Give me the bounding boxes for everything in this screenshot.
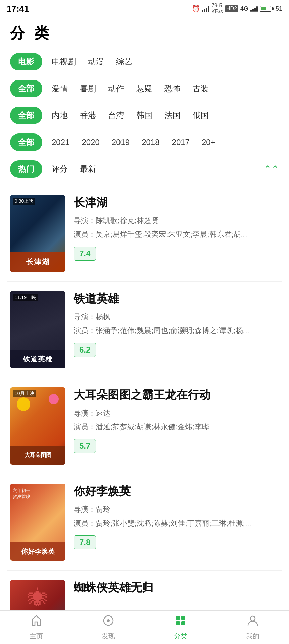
movie-poster[interactable]: 你好李焕英 六年初一贺岁首映 [10, 484, 65, 561]
svg-point-6 [250, 616, 255, 621]
filter-item-costume[interactable]: 古装 [190, 81, 211, 96]
hd-badge: HD2 [225, 5, 238, 12]
network-type: 4G [240, 5, 248, 12]
filter-item-tv[interactable]: 电视剧 [49, 54, 79, 69]
movie-director: 导演：速达 [74, 408, 279, 419]
movie-rating: 7.8 [74, 535, 96, 549]
filter-row-content-type: 电影 电视剧 动漫 综艺 [7, 48, 282, 75]
movie-poster[interactable]: 大耳朵图图 10月上映 [10, 387, 65, 465]
movie-info: 铁道英雄 导演：杨枫 演员：张涵予;范伟;魏晨;周也;俞灏明;森博之;谭凯;杨.… [74, 291, 279, 357]
filter-tag-genre-all[interactable]: 全部 [10, 80, 42, 97]
svg-rect-5 [181, 621, 185, 625]
filter-item-2019[interactable]: 2019 [109, 136, 132, 149]
filter-item-romance[interactable]: 爱情 [49, 81, 70, 96]
filter-item-2017[interactable]: 2017 [169, 136, 192, 149]
movie-list: 长津湖 9.30上映 长津湖 导演：陈凯歌;徐克;林超贤 演员：吴京;易烊千玺;… [0, 185, 289, 644]
movie-rating: 7.4 [74, 247, 96, 261]
filter-item-hongkong[interactable]: 香港 [77, 108, 99, 123]
movie-info: 蜘蛛侠英雄无归 [74, 580, 279, 600]
movie-actors: 演员：贾玲;张小斐;沈腾;陈赫;刘佳;丁嘉丽;王琳;杜源;... [74, 518, 279, 529]
filter-tag-region-all[interactable]: 全部 [10, 107, 42, 124]
filter-item-comedy[interactable]: 喜剧 [77, 81, 99, 96]
movie-poster[interactable]: 铁道英雄 11.19上映 [10, 291, 65, 368]
movie-director: 导演：陈凯歌;徐克;林超贤 [74, 215, 279, 226]
bottom-nav: 主页 发现 分类 我的 [0, 610, 289, 644]
movie-director: 导演：杨枫 [74, 311, 279, 322]
movie-actors: 演员：吴京;易烊千玺;段奕宏;朱亚文;李晨;韩东君;胡... [74, 229, 279, 240]
movie-actors: 演员：潘延;范楚绒;胡谦;林永健;金炜;李晔 [74, 421, 279, 432]
filter-tag-movie[interactable]: 电影 [10, 53, 42, 70]
collapse-filter-icon[interactable]: ⌃⌃ [263, 164, 279, 175]
movie-rating: 5.7 [74, 439, 96, 453]
svg-rect-2 [176, 616, 180, 620]
nav-label-profile: 我的 [246, 632, 259, 641]
battery-icon [260, 6, 274, 12]
filter-item-newest[interactable]: 最新 [77, 162, 99, 176]
5g-signal-icon [250, 6, 258, 12]
profile-icon [247, 614, 259, 630]
filter-item-variety[interactable]: 综艺 [113, 54, 135, 69]
page-title: 分 类 [0, 17, 289, 48]
movie-item: 长津湖 9.30上映 长津湖 导演：陈凯歌;徐克;林超贤 演员：吴京;易烊千玺;… [7, 185, 282, 282]
filter-item-korea[interactable]: 韩国 [134, 108, 155, 123]
filter-item-russia[interactable]: 俄国 [190, 108, 211, 123]
movie-title: 铁道英雄 [74, 291, 279, 307]
movie-info: 长津湖 导演：陈凯歌;徐克;林超贤 演员：吴京;易烊千玺;段奕宏;朱亚文;李晨;… [74, 195, 279, 261]
filter-row-year: 全部 2021 2020 2019 2018 2017 20+ [7, 129, 282, 156]
home-icon [30, 614, 42, 630]
movie-title: 大耳朵图图之霸王龙在行动 [74, 387, 279, 403]
movie-item: 你好李焕英 六年初一贺岁首映 你好李焕英 导演：贾玲 演员：贾玲;张小斐;沈腾;… [7, 474, 282, 571]
svg-rect-3 [181, 616, 185, 620]
movie-item: 大耳朵图图 10月上映 大耳朵图图之霸王龙在行动 导演：速达 演员：潘延;范楚绒… [7, 378, 282, 474]
movie-actors: 演员：张涵予;范伟;魏晨;周也;俞灏明;森博之;谭凯;杨... [74, 325, 279, 336]
filter-tag-hot[interactable]: 热门 [10, 160, 42, 178]
battery-percent: 51 [276, 5, 282, 12]
status-time: 17:41 [7, 4, 29, 14]
filter-section: 电影 电视剧 动漫 综艺 全部 爱情 喜剧 动作 悬疑 恐怖 古装 全部 内地 … [0, 48, 289, 182]
filter-item-anime[interactable]: 动漫 [85, 54, 107, 69]
movie-title: 长津湖 [74, 195, 279, 210]
filter-item-horror[interactable]: 恐怖 [162, 81, 183, 96]
filter-item-france[interactable]: 法国 [162, 108, 183, 123]
svg-point-1 [107, 619, 110, 622]
nav-item-profile[interactable]: 我的 [217, 611, 289, 644]
movie-info: 大耳朵图图之霸王龙在行动 导演：速达 演员：潘延;范楚绒;胡谦;林永健;金炜;李… [74, 387, 279, 453]
filter-tag-year-all[interactable]: 全部 [10, 133, 42, 151]
filter-item-mainland[interactable]: 内地 [49, 108, 70, 123]
movie-info: 你好李焕英 导演：贾玲 演员：贾玲;张小斐;沈腾;陈赫;刘佳;丁嘉丽;王琳;杜源… [74, 484, 279, 549]
filter-item-mystery[interactable]: 悬疑 [134, 81, 155, 96]
movie-item: 铁道英雄 11.19上映 铁道英雄 导演：杨枫 演员：张涵予;范伟;魏晨;周也;… [7, 282, 282, 378]
filter-item-taiwan[interactable]: 台湾 [105, 108, 127, 123]
filter-row-sort: 热门 评分 最新 ⌃⌃ [7, 156, 282, 182]
nav-item-home[interactable]: 主页 [0, 611, 72, 644]
category-icon [175, 614, 187, 630]
nav-label-home: 主页 [30, 632, 43, 641]
nav-label-category: 分类 [174, 632, 187, 641]
filter-row-genre: 全部 爱情 喜剧 动作 悬疑 恐怖 古装 [7, 75, 282, 102]
svg-rect-4 [176, 621, 180, 625]
filter-item-rating[interactable]: 评分 [49, 162, 70, 176]
status-icons: ⏰ 79.5KB/s HD2 4G 51 [192, 3, 282, 15]
movie-title: 你好李焕英 [74, 484, 279, 499]
filter-item-2018[interactable]: 2018 [139, 136, 162, 149]
filter-item-2016plus[interactable]: 20+ [199, 136, 218, 149]
filter-item-action[interactable]: 动作 [105, 81, 127, 96]
status-bar: 17:41 ⏰ 79.5KB/s HD2 4G 51 [0, 0, 289, 17]
movie-director: 导演：贾玲 [74, 504, 279, 515]
filter-item-2021[interactable]: 2021 [49, 136, 72, 149]
movie-poster[interactable]: 长津湖 9.30上映 [10, 195, 65, 272]
network-speed: 79.5KB/s [211, 3, 223, 15]
filter-item-2020[interactable]: 2020 [79, 136, 102, 149]
movie-title: 蜘蛛侠英雄无归 [74, 580, 279, 595]
alarm-icon: ⏰ [192, 5, 200, 13]
discover-icon [102, 614, 114, 630]
nav-label-discover: 发现 [102, 632, 115, 641]
signal-icon [202, 6, 209, 12]
nav-item-discover[interactable]: 发现 [72, 611, 144, 644]
filter-row-region: 全部 内地 香港 台湾 韩国 法国 俄国 [7, 102, 282, 129]
movie-rating: 6.2 [74, 343, 96, 357]
nav-item-category[interactable]: 分类 [145, 611, 217, 644]
